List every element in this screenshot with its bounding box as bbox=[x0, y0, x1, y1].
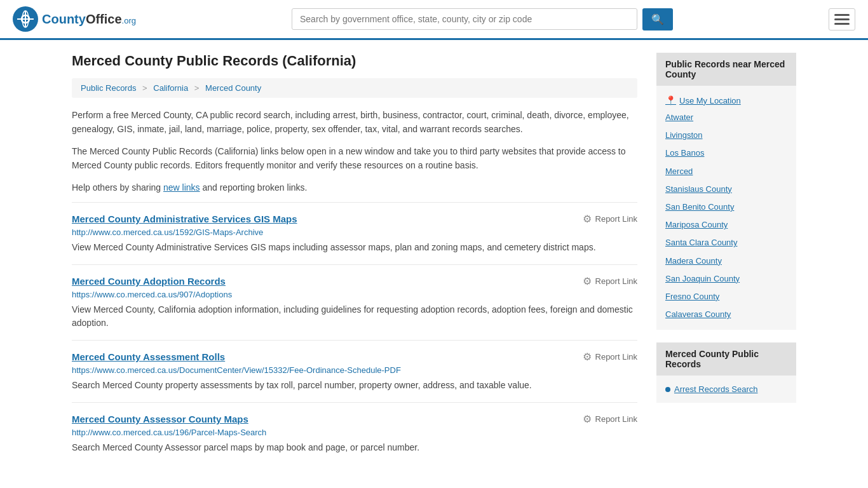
record-url[interactable]: https://www.co.merced.ca.us/907/Adoption… bbox=[72, 290, 637, 299]
breadcrumb-public-records[interactable]: Public Records bbox=[81, 83, 136, 93]
nearby-section-body: 📍 Use My Location AtwaterLivingstonLos B… bbox=[656, 86, 796, 330]
sidebar-sub-item: Arrest Records Search bbox=[665, 382, 787, 396]
logo-text: CountyOffice.org bbox=[42, 12, 136, 27]
description-3: Help others by sharing new links and rep… bbox=[72, 180, 637, 194]
report-icon: ⚙ bbox=[583, 351, 592, 363]
report-icon: ⚙ bbox=[583, 413, 592, 425]
sidebar-nearby-link[interactable]: Merced bbox=[665, 163, 787, 180]
record-header: Merced County Adoption Records ⚙ Report … bbox=[72, 275, 637, 287]
sidebar-nearby-link[interactable]: Los Banos bbox=[665, 144, 787, 162]
pin-icon: 📍 bbox=[665, 95, 676, 105]
breadcrumb-california[interactable]: California bbox=[153, 83, 188, 93]
records-sidebar-body: Arrest Records Search bbox=[656, 376, 796, 403]
menu-line-3 bbox=[834, 23, 850, 25]
search-area: 🔍 bbox=[292, 8, 673, 30]
record-item: Merced County Assessment Rolls ⚙ Report … bbox=[72, 340, 637, 402]
record-item: Merced County Assessor County Maps ⚙ Rep… bbox=[72, 402, 637, 464]
records-sidebar-title: Merced County Public Records bbox=[656, 342, 796, 376]
sidebar-nearby-link[interactable]: Fresno County bbox=[665, 288, 787, 306]
record-title[interactable]: Merced County Adoption Records bbox=[72, 276, 226, 287]
report-link-label: Report Link bbox=[595, 352, 637, 362]
search-icon: 🔍 bbox=[651, 14, 664, 25]
desc3-post: and reporting broken links. bbox=[200, 182, 308, 193]
record-item: Merced County Administrative Services GI… bbox=[72, 202, 637, 264]
nearby-section-title: Public Records near Merced County bbox=[656, 53, 796, 86]
report-link-button[interactable]: ⚙ Report Link bbox=[583, 351, 637, 363]
nearby-links-container: AtwaterLivingstonLos BanosMercedStanisla… bbox=[665, 109, 787, 323]
report-link-button[interactable]: ⚙ Report Link bbox=[583, 413, 637, 425]
report-link-button[interactable]: ⚙ Report Link bbox=[583, 275, 637, 287]
report-link-button[interactable]: ⚙ Report Link bbox=[583, 213, 637, 225]
sidebar: Public Records near Merced County 📍 Use … bbox=[656, 53, 796, 464]
report-link-label: Report Link bbox=[595, 414, 637, 424]
record-item: Merced County Adoption Records ⚙ Report … bbox=[72, 264, 637, 340]
sidebar-nearby-link[interactable]: Mariposa County bbox=[665, 216, 787, 234]
use-my-location-label: Use My Location bbox=[679, 96, 741, 105]
sidebar-sub-dot bbox=[665, 387, 670, 392]
sidebar-nearby-link[interactable]: Stanislaus County bbox=[665, 180, 787, 198]
report-link-label: Report Link bbox=[595, 214, 637, 224]
record-title[interactable]: Merced County Assessment Rolls bbox=[72, 351, 225, 362]
sidebar-sub-link[interactable]: Arrest Records Search bbox=[674, 384, 758, 394]
record-header: Merced County Administrative Services GI… bbox=[72, 213, 637, 225]
report-link-label: Report Link bbox=[595, 276, 637, 286]
record-url[interactable]: https://www.co.merced.ca.us/DocumentCent… bbox=[72, 365, 637, 375]
records-sub-container: Arrest Records Search bbox=[665, 382, 787, 396]
record-description: Search Merced County property assessment… bbox=[72, 379, 637, 392]
records-container: Merced County Administrative Services GI… bbox=[72, 202, 637, 464]
record-title[interactable]: Merced County Administrative Services GI… bbox=[72, 214, 297, 224]
use-my-location-link[interactable]: 📍 Use My Location bbox=[665, 92, 787, 109]
description-2: The Merced County Public Records (Califo… bbox=[72, 144, 637, 173]
page-title: Merced County Public Records (California… bbox=[72, 53, 637, 69]
record-title[interactable]: Merced County Assessor County Maps bbox=[72, 414, 248, 424]
sidebar-nearby-link[interactable]: Santa Clara County bbox=[665, 234, 787, 252]
breadcrumb-merced-county[interactable]: Merced County bbox=[205, 83, 261, 93]
records-sidebar-section: Merced County Public Records Arrest Reco… bbox=[656, 342, 796, 403]
menu-line-1 bbox=[834, 14, 850, 16]
sidebar-nearby-link[interactable]: Livingston bbox=[665, 126, 787, 144]
sidebar-nearby-link[interactable]: Calaveras County bbox=[665, 306, 787, 323]
record-description: Search Merced County Assessor parcel map… bbox=[72, 441, 637, 454]
sidebar-nearby-link[interactable]: Madera County bbox=[665, 252, 787, 270]
main-container: Merced County Public Records (California… bbox=[53, 40, 815, 477]
sidebar-nearby-link[interactable]: San Joaquin County bbox=[665, 270, 787, 288]
record-url[interactable]: http://www.co.merced.ca.us/1592/GIS-Maps… bbox=[72, 227, 637, 237]
sidebar-nearby-link[interactable]: Atwater bbox=[665, 109, 787, 126]
header: CountyOffice.org 🔍 bbox=[0, 0, 868, 40]
report-icon: ⚙ bbox=[583, 213, 592, 225]
record-header: Merced County Assessor County Maps ⚙ Rep… bbox=[72, 413, 637, 425]
nearby-section: Public Records near Merced County 📍 Use … bbox=[656, 53, 796, 330]
search-button[interactable]: 🔍 bbox=[642, 8, 673, 30]
menu-line-2 bbox=[834, 18, 850, 20]
record-url[interactable]: http://www.co.merced.ca.us/196/Parcel-Ma… bbox=[72, 428, 637, 437]
search-input[interactable] bbox=[292, 8, 637, 30]
record-header: Merced County Assessment Rolls ⚙ Report … bbox=[72, 351, 637, 363]
report-icon: ⚙ bbox=[583, 275, 592, 287]
logo-area: CountyOffice.org bbox=[13, 6, 136, 32]
logo-icon bbox=[13, 6, 38, 32]
breadcrumb-sep-1: > bbox=[142, 83, 149, 93]
breadcrumb: Public Records > California > Merced Cou… bbox=[72, 78, 637, 98]
breadcrumb-sep-2: > bbox=[194, 83, 201, 93]
description-1: Perform a free Merced County, CA public … bbox=[72, 108, 637, 137]
hamburger-menu-button[interactable] bbox=[829, 8, 855, 30]
sidebar-nearby-link[interactable]: San Benito County bbox=[665, 198, 787, 216]
new-links-link[interactable]: new links bbox=[163, 182, 200, 193]
record-description: View Merced County, California adoption … bbox=[72, 303, 637, 330]
record-description: View Merced County Administrative Servic… bbox=[72, 241, 637, 254]
desc3-pre: Help others by sharing bbox=[72, 182, 163, 193]
content-area: Merced County Public Records (California… bbox=[72, 53, 637, 464]
